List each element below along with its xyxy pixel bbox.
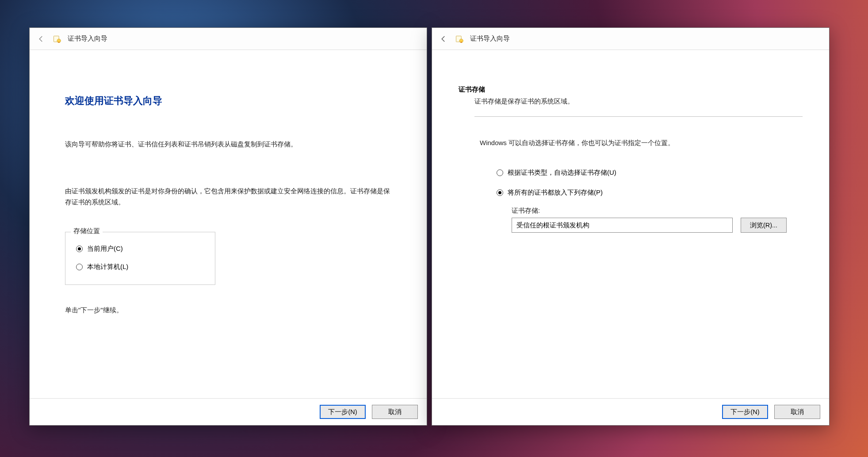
store-selection-area: 证书存储: 浏览(R)... — [512, 207, 803, 233]
back-icon[interactable] — [438, 34, 449, 44]
radio-manual-store[interactable]: 将所有的证书都放入下列存储(P) — [497, 188, 803, 197]
cancel-button[interactable]: 取消 — [372, 405, 418, 419]
certificate-icon — [455, 35, 464, 43]
footer: 下一步(N) 取消 — [30, 398, 427, 425]
content-area: 证书存储 证书存储是保存证书的系统区域。 Windows 可以自动选择证书存储，… — [432, 50, 829, 398]
window-title: 证书导入向导 — [470, 35, 510, 43]
radio-icon — [76, 264, 83, 270]
radio-auto-select-store[interactable]: 根据证书类型，自动选择证书存储(U) — [497, 169, 803, 177]
instruction-text: Windows 可以自动选择证书存储，你也可以为证书指定一个位置。 — [480, 139, 803, 147]
continue-hint: 单击"下一步"继续。 — [65, 306, 391, 315]
titlebar: 证书导入向导 — [432, 28, 829, 50]
browse-button[interactable]: 浏览(R)... — [741, 218, 787, 233]
content-area: 欢迎使用证书导入向导 该向导可帮助你将证书、证书信任列表和证书吊销列表从磁盘复制… — [30, 50, 427, 398]
radio-local-machine[interactable]: 本地计算机(L) — [76, 263, 204, 271]
intro-paragraph-1: 该向导可帮助你将证书、证书信任列表和证书吊销列表从磁盘复制到证书存储。 — [65, 138, 391, 150]
radio-label: 根据证书类型，自动选择证书存储(U) — [508, 169, 616, 177]
radio-icon — [497, 169, 503, 176]
footer: 下一步(N) 取消 — [432, 398, 829, 425]
store-radio-group: 根据证书类型，自动选择证书存储(U) 将所有的证书都放入下列存储(P) — [497, 169, 803, 197]
window-title: 证书导入向导 — [68, 35, 107, 43]
radio-label: 将所有的证书都放入下列存储(P) — [508, 188, 603, 197]
cancel-button[interactable]: 取消 — [774, 405, 820, 419]
titlebar: 证书导入向导 — [30, 28, 427, 50]
radio-icon — [497, 189, 503, 196]
radio-label: 本地计算机(L) — [87, 263, 128, 271]
page-title: 欢迎使用证书导入向导 — [65, 94, 391, 108]
next-button[interactable]: 下一步(N) — [320, 405, 366, 419]
intro-paragraph-2: 由证书颁发机构颁发的证书是对你身份的确认，它包含用来保护数据或建立安全网络连接的… — [65, 185, 391, 208]
back-icon — [36, 34, 46, 44]
certificate-icon — [53, 35, 61, 43]
store-field-label: 证书存储: — [512, 207, 803, 215]
radio-icon — [76, 246, 83, 252]
section-title: 证书存储 — [459, 85, 803, 94]
wizard-window-welcome: 证书导入向导 欢迎使用证书导入向导 该向导可帮助你将证书、证书信任列表和证书吊销… — [29, 27, 427, 426]
certificate-store-input[interactable] — [512, 218, 733, 233]
section-description: 证书存储是保存证书的系统区域。 — [474, 97, 803, 117]
wizard-window-store: 证书导入向导 证书存储 证书存储是保存证书的系统区域。 Windows 可以自动… — [432, 27, 830, 426]
radio-label: 当前用户(C) — [87, 245, 123, 253]
next-button[interactable]: 下一步(N) — [722, 405, 768, 419]
fieldset-legend: 存储位置 — [71, 227, 103, 235]
radio-current-user[interactable]: 当前用户(C) — [76, 245, 204, 253]
store-location-fieldset: 存储位置 当前用户(C) 本地计算机(L) — [65, 232, 215, 285]
